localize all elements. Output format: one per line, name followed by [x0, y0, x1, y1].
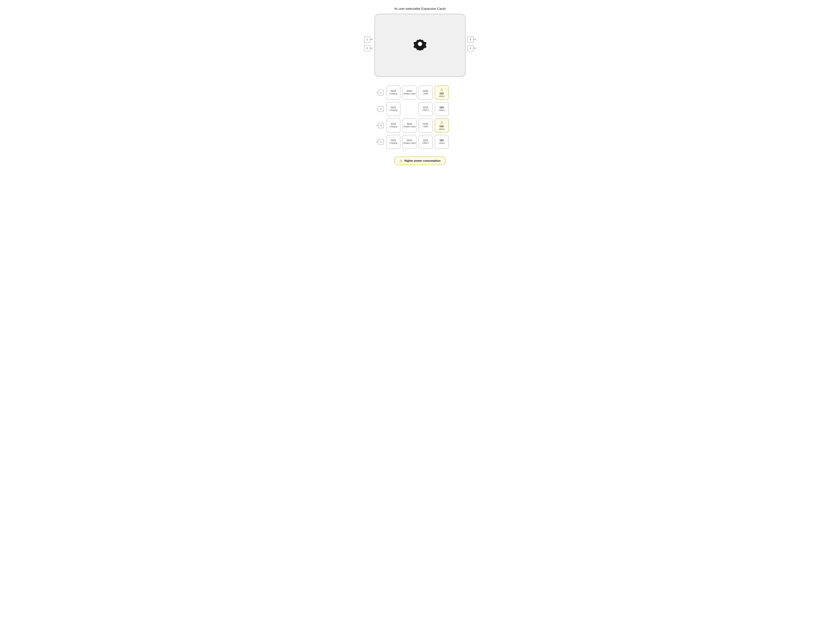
row-number-1: 1: [378, 90, 384, 95]
card-label: Charging: [390, 142, 398, 144]
laptop-diagram: 1 2 3: [364, 14, 476, 77]
port-label-4: 4: [467, 45, 474, 51]
usbc-icon: [391, 140, 396, 141]
card-2-usba[interactable]: USB-A: [435, 102, 449, 116]
card-label: Charging: [390, 125, 398, 128]
card-1-display[interactable]: Display output: [403, 85, 417, 99]
card-4-charging[interactable]: Charging: [387, 135, 400, 149]
expansion-row-2: 2 Charging USB3.2 USB-A: [376, 102, 464, 116]
usba-icon: [440, 107, 444, 108]
card-3-usba-warning[interactable]: ⚠ USB-A: [435, 118, 449, 133]
row-label-stem-2: [376, 109, 378, 109]
card-label: Display output: [403, 125, 415, 128]
warning-badge-icon: ⚠: [399, 159, 403, 163]
port-stem-left-1: [370, 39, 373, 40]
port-label-2: 2: [364, 45, 370, 51]
usbc-icon: [423, 140, 428, 141]
card-label: USB-A: [439, 95, 445, 98]
usbc-icon: [391, 90, 396, 92]
row-label-stem-3: [376, 125, 378, 126]
card-2-usb32[interactable]: USB3.2: [418, 102, 433, 116]
card-label: Display output: [403, 93, 415, 95]
card-1-usb4[interactable]: USB4: [418, 85, 433, 99]
card-label: USB3.2: [422, 142, 429, 144]
usba-icon: [440, 93, 444, 94]
port-left-2: 2: [364, 45, 373, 51]
card-label: USB-A: [439, 109, 445, 112]
usbc-icon: [407, 90, 412, 92]
usba-icon: [440, 125, 444, 127]
card-4-usba[interactable]: USB-A: [435, 135, 449, 149]
usbc-icon: [391, 107, 396, 108]
card-4-display[interactable]: Display output: [403, 135, 417, 149]
usba-icon: [440, 139, 444, 141]
port-label-3: 3: [467, 36, 474, 43]
row-label-stem-4: [376, 142, 378, 142]
usbc-icon: [391, 123, 396, 125]
expansion-row-4: 4 Charging Display output USB3.2 USB-A: [376, 135, 464, 149]
card-label: USB3.2: [422, 109, 429, 111]
port-stem-left-2: [370, 48, 373, 49]
row-number-4: 4: [378, 139, 384, 145]
port-right-3: 3: [467, 36, 476, 43]
row-label-1: 1: [376, 90, 384, 95]
laptop-logo: [414, 39, 426, 52]
ports-left: 1 2: [364, 36, 373, 51]
laptop-body: [374, 14, 466, 77]
port-stem-right-4: [474, 48, 476, 49]
row-label-stem-1: [376, 92, 378, 93]
card-4-usb32[interactable]: USB3.2: [418, 135, 433, 149]
usbc-icon: [423, 107, 428, 108]
warning-badge-text: Higher power consumption: [404, 159, 441, 163]
card-label: USB-A: [439, 128, 445, 130]
page-container: 4x user-selectable Expansion Cards 1 2: [341, 7, 499, 165]
row-number-3: 3: [378, 123, 384, 128]
card-label: Charging: [390, 93, 398, 95]
card-1-usba-warning[interactable]: ⚠ USB-A: [435, 85, 449, 99]
card-label: USB4: [423, 125, 428, 128]
card-3-usb4[interactable]: USB4: [418, 118, 433, 133]
usbc-icon: [407, 123, 412, 125]
port-stem-right-3: [474, 39, 476, 40]
row-label-2: 2: [376, 106, 384, 112]
card-label: Charging: [390, 109, 398, 111]
card-1-charging[interactable]: Charging: [387, 85, 400, 99]
warning-icon: ⚠: [440, 87, 443, 92]
warning-icon: ⚠: [440, 120, 443, 125]
row-label-3: 3: [376, 123, 384, 128]
usbc-icon: [423, 123, 428, 125]
row-number-2: 2: [378, 106, 384, 112]
card-2-charging[interactable]: Charging: [387, 102, 400, 116]
card-label: USB4: [423, 93, 428, 95]
ports-right: 3 4: [467, 36, 476, 51]
framework-logo-icon: [414, 39, 426, 51]
card-3-charging[interactable]: Charging: [387, 118, 400, 133]
port-left-1: 1: [364, 36, 373, 43]
port-label-1: 1: [364, 36, 370, 43]
expansion-row-1: 1 Charging Display output USB4 ⚠ USB-A: [376, 85, 464, 99]
port-right-4: 4: [467, 45, 476, 51]
row-label-4: 4: [376, 139, 384, 145]
expansion-grid: 1 Charging Display output USB4 ⚠ USB-A: [376, 85, 464, 149]
usbc-icon: [407, 140, 412, 141]
card-3-display[interactable]: Display output: [403, 118, 417, 133]
card-label: Display output: [403, 142, 415, 144]
warning-badge: ⚠ Higher power consumption: [394, 156, 446, 165]
svg-point-0: [418, 42, 422, 46]
expansion-row-3: 3 Charging Display output USB4 ⚠ USB-A: [376, 118, 464, 133]
usbc-icon: [423, 90, 428, 92]
card-label: USB-A: [439, 142, 445, 144]
page-title: 4x user-selectable Expansion Cards: [394, 7, 446, 11]
